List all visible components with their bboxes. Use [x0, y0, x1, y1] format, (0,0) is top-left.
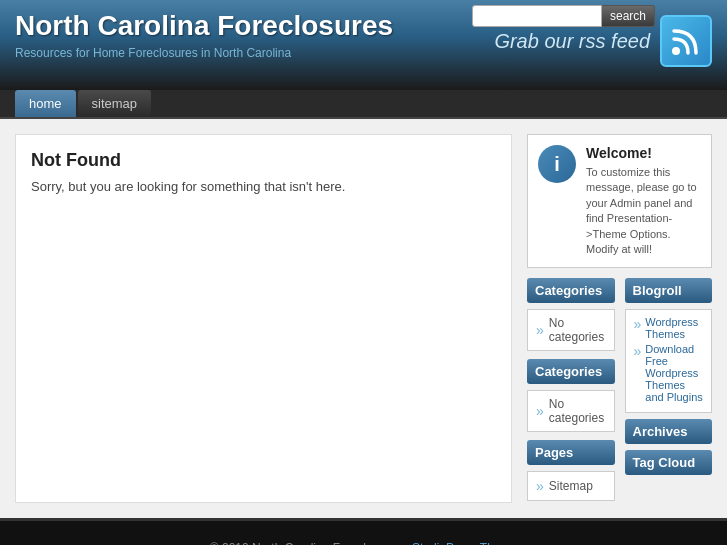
not-found-heading: Not Found: [31, 150, 496, 171]
sidebar: i Welcome! To customize this message, pl…: [527, 134, 712, 503]
sidebar-left-col: Categories No categories Categories No c…: [527, 278, 615, 503]
rss-icon[interactable]: [660, 15, 712, 67]
blogroll-link-1[interactable]: Download Free Wordpress Themes and Plugi…: [634, 343, 704, 403]
categories1-item: No categories: [528, 310, 614, 350]
categories2-widget: No categories: [527, 390, 615, 432]
blogroll-widget: Wordpress Themes Download Free Wordpress…: [625, 309, 713, 413]
nav-tab-home[interactable]: home: [15, 90, 76, 117]
welcome-heading: Welcome!: [586, 145, 701, 161]
categories1-header: Categories: [527, 278, 615, 303]
categories1-widget: No categories: [527, 309, 615, 351]
main-content: Not Found Sorry, but you are looking for…: [0, 119, 727, 518]
footer-copyright: © 2010 North Carolina Foreclosures · Stu…: [15, 541, 712, 545]
categories2-header: Categories: [527, 359, 615, 384]
rss-area[interactable]: Grab our rss feed: [494, 15, 712, 67]
not-found-body: Sorry, but you are looking for something…: [31, 179, 496, 194]
info-icon: i: [538, 145, 576, 183]
welcome-content: Welcome! To customize this message, plea…: [586, 145, 701, 257]
pages-widget: Sitemap: [527, 471, 615, 501]
pages-header: Pages: [527, 440, 615, 465]
page-content: Not Found Sorry, but you are looking for…: [15, 134, 512, 503]
navigation: home sitemap: [0, 90, 727, 119]
blogroll-link-0[interactable]: Wordpress Themes: [634, 316, 704, 340]
tagcloud-header: Tag Cloud: [625, 450, 713, 475]
footer: © 2010 North Carolina Foreclosures · Stu…: [0, 518, 727, 545]
nav-tab-sitemap[interactable]: sitemap: [78, 90, 152, 117]
welcome-box: i Welcome! To customize this message, pl…: [527, 134, 712, 268]
theme-link[interactable]: StudioPress Theme: [412, 541, 517, 545]
categories2-item: No categories: [528, 391, 614, 431]
header: search North Carolina Foreclosures Resou…: [0, 0, 727, 90]
sidebar-columns: Categories No categories Categories No c…: [527, 278, 712, 503]
welcome-body: To customize this message, please go to …: [586, 165, 701, 257]
svg-point-0: [672, 47, 680, 55]
blogroll-header: Blogroll: [625, 278, 713, 303]
rss-text: Grab our rss feed: [494, 30, 650, 53]
sidebar-right-col: Blogroll Wordpress Themes Download Free …: [625, 278, 713, 503]
pages-item-sitemap[interactable]: Sitemap: [528, 472, 614, 500]
archives-header: Archives: [625, 419, 713, 444]
